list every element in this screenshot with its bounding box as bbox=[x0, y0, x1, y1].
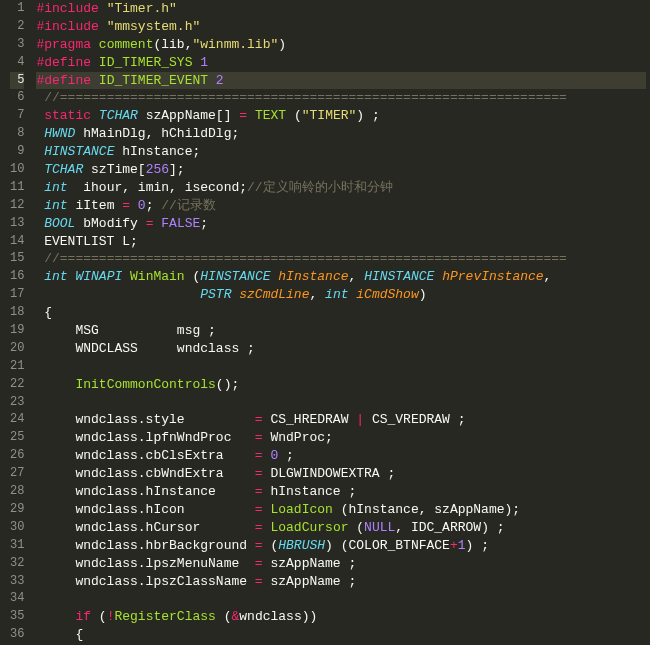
token: szAppName ; bbox=[263, 556, 357, 571]
token bbox=[91, 55, 99, 70]
token: = bbox=[255, 430, 263, 445]
token: #include bbox=[36, 19, 98, 34]
code-line[interactable]: int iItem = 0; //记录数 bbox=[36, 197, 646, 215]
code-line[interactable]: WNDCLASS wndclass ; bbox=[36, 340, 646, 358]
line-number: 27 bbox=[10, 465, 24, 483]
code-line[interactable]: wndclass.hbrBackground = (HBRUSH) (COLOR… bbox=[36, 537, 646, 555]
code-line[interactable]: EVENTLIST L; bbox=[36, 233, 646, 251]
token: szCmdLine bbox=[239, 287, 309, 302]
token: static bbox=[44, 108, 91, 123]
token: ID_TIMER_EVENT bbox=[99, 73, 208, 88]
token: 1 bbox=[458, 538, 466, 553]
token: hMainDlg, hChildDlg; bbox=[75, 126, 239, 141]
code-line[interactable]: static TCHAR szAppName[] = TEXT ("TIMER"… bbox=[36, 107, 646, 125]
code-line[interactable]: int WINAPI WinMain (HINSTANCE hInstance,… bbox=[36, 268, 646, 286]
token: hPrevInstance bbox=[442, 269, 543, 284]
code-line[interactable] bbox=[36, 358, 646, 376]
line-number: 29 bbox=[10, 501, 24, 519]
token: hInstance ; bbox=[263, 484, 357, 499]
code-line[interactable]: { bbox=[36, 626, 646, 644]
token: , bbox=[309, 287, 325, 302]
code-line[interactable]: #include "mmsystem.h" bbox=[36, 18, 646, 36]
token: if bbox=[75, 609, 91, 624]
token: = bbox=[122, 198, 130, 213]
code-line[interactable]: { bbox=[36, 304, 646, 322]
code-line[interactable]: wndclass.lpszMenuName = szAppName ; bbox=[36, 555, 646, 573]
code-line[interactable]: wndclass.cbClsExtra = 0 ; bbox=[36, 447, 646, 465]
token: 1 bbox=[200, 55, 208, 70]
token: wndclass.style bbox=[36, 412, 254, 427]
code-line[interactable]: MSG msg ; bbox=[36, 322, 646, 340]
token: "Timer.h" bbox=[107, 1, 177, 16]
token: wndclass.hbrBackground bbox=[36, 538, 254, 553]
token: = bbox=[239, 108, 247, 123]
line-number: 15 bbox=[10, 250, 24, 268]
token: wndclass.lpszMenuName bbox=[36, 556, 254, 571]
token: MSG msg ; bbox=[36, 323, 215, 338]
line-number: 4 bbox=[10, 54, 24, 72]
token: RegisterClass bbox=[114, 609, 215, 624]
code-line[interactable]: //======================================… bbox=[36, 89, 646, 107]
line-number: 28 bbox=[10, 483, 24, 501]
code-line[interactable]: wndclass.hIcon = LoadIcon (hInstance, sz… bbox=[36, 501, 646, 519]
token: (lib, bbox=[153, 37, 192, 52]
token: wndclass.hInstance bbox=[36, 484, 254, 499]
code-line[interactable]: BOOL bModify = FALSE; bbox=[36, 215, 646, 233]
code-line[interactable]: int ihour, imin, isecond;//定义响铃的小时和分钟 bbox=[36, 179, 646, 197]
code-line[interactable]: HINSTANCE hInstance; bbox=[36, 143, 646, 161]
token: int bbox=[44, 180, 67, 195]
code-line[interactable]: InitCommonControls(); bbox=[36, 376, 646, 394]
code-line[interactable] bbox=[36, 394, 646, 412]
line-number: 35 bbox=[10, 608, 24, 626]
line-number: 20 bbox=[10, 340, 24, 358]
code-line[interactable]: wndclass.style = CS_HREDRAW | CS_VREDRAW… bbox=[36, 411, 646, 429]
line-number: 22 bbox=[10, 376, 24, 394]
line-number-gutter: 1234567891011121314151617181920212223242… bbox=[0, 0, 32, 645]
token: //定义响铃的小时和分钟 bbox=[247, 180, 393, 195]
token: WINAPI bbox=[75, 269, 122, 284]
token: "TIMER" bbox=[302, 108, 357, 123]
code-line[interactable]: HWND hMainDlg, hChildDlg; bbox=[36, 125, 646, 143]
token: NULL bbox=[364, 520, 395, 535]
token bbox=[122, 269, 130, 284]
code-line[interactable]: #pragma comment(lib,"winmm.lib") bbox=[36, 36, 646, 54]
line-number: 8 bbox=[10, 125, 24, 143]
token: CS_HREDRAW bbox=[263, 412, 357, 427]
token bbox=[208, 73, 216, 88]
code-line[interactable]: wndclass.hCursor = LoadCursor (NULL, IDC… bbox=[36, 519, 646, 537]
code-line[interactable]: #define ID_TIMER_EVENT 2 bbox=[36, 72, 646, 90]
token bbox=[434, 269, 442, 284]
token: ) bbox=[278, 37, 286, 52]
code-line[interactable] bbox=[36, 590, 646, 608]
token: ]; bbox=[169, 162, 185, 177]
token: ; bbox=[200, 216, 208, 231]
token: szAppName ; bbox=[263, 574, 357, 589]
token: { bbox=[36, 305, 52, 320]
token: ( bbox=[286, 108, 302, 123]
token: + bbox=[450, 538, 458, 553]
token: wndclass.hCursor bbox=[36, 520, 254, 535]
code-line[interactable]: PSTR szCmdLine, int iCmdShow) bbox=[36, 286, 646, 304]
token: TCHAR bbox=[99, 108, 138, 123]
token: iItem bbox=[68, 198, 123, 213]
code-line[interactable]: TCHAR szTime[256]; bbox=[36, 161, 646, 179]
line-number: 2 bbox=[10, 18, 24, 36]
token: 2 bbox=[216, 73, 224, 88]
code-line[interactable]: wndclass.cbWndExtra = DLGWINDOWEXTRA ; bbox=[36, 465, 646, 483]
token: WinMain bbox=[130, 269, 185, 284]
code-line[interactable]: #define ID_TIMER_SYS 1 bbox=[36, 54, 646, 72]
code-area[interactable]: #include "Timer.h"#include "mmsystem.h"#… bbox=[32, 0, 650, 645]
code-line[interactable]: wndclass.lpfnWndProc = WndProc; bbox=[36, 429, 646, 447]
code-line[interactable]: wndclass.hInstance = hInstance ; bbox=[36, 483, 646, 501]
token: iCmdShow bbox=[356, 287, 418, 302]
token: hInstance bbox=[278, 269, 348, 284]
token: = bbox=[255, 448, 263, 463]
code-line[interactable]: #include "Timer.h" bbox=[36, 0, 646, 18]
token: ( bbox=[263, 538, 279, 553]
code-line[interactable]: wndclass.lpszClassName = szAppName ; bbox=[36, 573, 646, 591]
token: 0 bbox=[138, 198, 146, 213]
code-line[interactable]: //======================================… bbox=[36, 250, 646, 268]
code-line[interactable]: if (!RegisterClass (&wndclass)) bbox=[36, 608, 646, 626]
token bbox=[36, 377, 75, 392]
line-number: 34 bbox=[10, 590, 24, 608]
